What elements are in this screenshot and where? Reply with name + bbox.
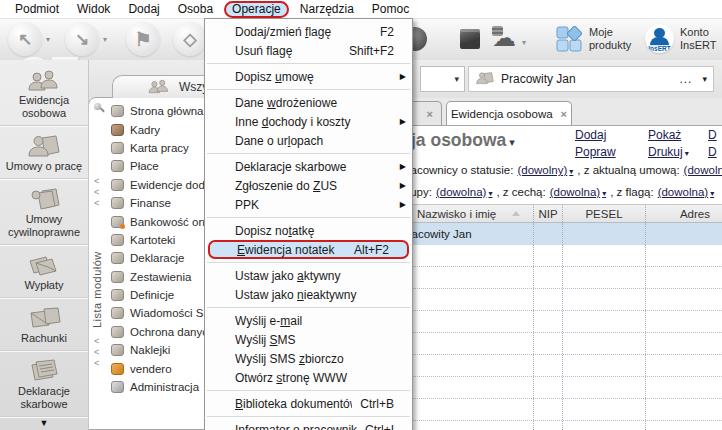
menubar-item-pomoc[interactable]: Pomoc xyxy=(363,1,418,17)
moje-produkty-button[interactable]: Moje produkty xyxy=(589,26,631,52)
filter-link-dowolna[interactable]: (dowolna)▾ xyxy=(436,186,493,198)
konto-insert-avatar-icon[interactable]: InsERT xyxy=(645,24,674,53)
table-cell xyxy=(645,245,722,266)
column-header-pesel[interactable]: PESEL xyxy=(562,205,645,222)
chevron-down-icon[interactable]: ▾ xyxy=(702,74,707,84)
table-cell xyxy=(533,355,562,376)
link-popraw[interactable]: Popraw xyxy=(575,145,616,159)
sidebar-item-ewidencja-osobowa[interactable]: Ewidencja osobowa xyxy=(0,60,88,126)
moje-produkty-icon[interactable] xyxy=(556,26,583,53)
table-cell xyxy=(562,245,645,266)
tab-close-icon[interactable]: × xyxy=(427,108,433,120)
table-cell xyxy=(533,245,562,266)
menu-item-ewidencja-notatek[interactable]: Ewidencja notatekAlt+F2 xyxy=(208,240,409,259)
labels-icon xyxy=(111,344,124,356)
link-d[interactable]: D xyxy=(708,128,717,142)
menu-item-dopisz-umow[interactable]: Dopisz umowę▶ xyxy=(205,67,412,86)
sidebar-item-wyp-aty[interactable]: Wypłaty xyxy=(0,245,88,298)
filter-link-dowolny[interactable]: (dowolny)▾ xyxy=(684,164,722,176)
flag-button[interactable] xyxy=(126,22,160,56)
menu-item-shortcut: Alt+F2 xyxy=(354,243,399,257)
sidebar-more-icon[interactable]: ▼ xyxy=(0,418,88,428)
konto-insert-button[interactable]: Konto InsERT xyxy=(680,26,716,52)
menu-item-dodaj-zmie-flag[interactable]: Dodaj/zmień flagęF2 xyxy=(205,22,412,41)
menu-item-dopisz-notatk[interactable]: Dopisz notatkę xyxy=(205,221,412,240)
cube-icon-button[interactable] xyxy=(460,29,480,49)
tab-ewidencja-osobowa[interactable]: Ewidencja osobowa× xyxy=(446,101,572,126)
menu-item-label: Dane wdrożeniowe xyxy=(235,96,404,110)
menu-item-wy-lij-sms[interactable]: Wyślij SMS xyxy=(205,330,412,349)
filter-text: Pracownicy o statusie: xyxy=(399,164,513,176)
menu-item-ustaw-jako-nieaktywny[interactable]: Ustaw jako nieaktywny xyxy=(205,285,412,304)
submenu-arrow-icon: ▶ xyxy=(400,162,406,171)
nav-back-caret-icon[interactable]: ▾ xyxy=(46,35,50,44)
menubar-item-dodaj[interactable]: Dodaj xyxy=(119,1,168,17)
menu-item-biblioteka-dokument-w[interactable]: Biblioteka dokumentówCtrl+B xyxy=(205,394,412,413)
sidebar-item-label: Umowy o pracę xyxy=(0,160,88,173)
nav-forward-caret-icon[interactable]: ▾ xyxy=(103,35,107,44)
menu-item-label: Dopisz umowę xyxy=(235,70,404,84)
employee-combo[interactable]: Pracowity Jan ... ▾ xyxy=(468,66,714,92)
filter-link-dowolna[interactable]: (dowolna)▾ xyxy=(550,186,607,198)
menu-item-label: Biblioteka dokumentów xyxy=(235,397,352,411)
employee-combo-more-button[interactable]: ... xyxy=(679,72,692,86)
sidebar-item-rachunki[interactable]: Rachunki xyxy=(0,298,88,351)
chevron-down-icon: ▾ xyxy=(569,167,573,176)
menu-item-label: Wyślij SMS xyxy=(235,333,404,347)
menu-item-inne-dochody-i-koszty[interactable]: Inne dochody i koszty▶ xyxy=(205,112,412,131)
menu-item-ppk[interactable]: PPK▶ xyxy=(205,195,412,214)
moje-produkty-label-1: Moje xyxy=(589,26,631,39)
menu-item-otw-rz-stron-www[interactable]: Otwórz stronę WWW xyxy=(205,368,412,387)
menu-item-shortcut: F2 xyxy=(380,25,404,39)
column-header-nip[interactable]: NIP xyxy=(533,205,562,222)
sidebar-item-label: Rachunki xyxy=(0,332,88,345)
link-d[interactable]: D xyxy=(708,145,717,159)
menubar-item-widok[interactable]: Widok xyxy=(68,1,119,17)
module-item-label: Zestawienia xyxy=(130,271,191,283)
menu-item-label: Ustaw jako nieaktywny xyxy=(235,288,404,302)
menu-item-wy-lij-e-mail[interactable]: Wyślij e-mail xyxy=(205,311,412,330)
filter-text: , z cechą: xyxy=(496,186,545,198)
menu-separator xyxy=(205,259,412,266)
link-poka[interactable]: Pokaż xyxy=(648,128,689,142)
menu-item-ustaw-jako-aktywny[interactable]: Ustaw jako aktywny xyxy=(205,266,412,285)
definitions-icon xyxy=(111,289,124,301)
menu-item-zg-oszenie-do-zus[interactable]: Zgłoszenie do ZUS▶ xyxy=(205,176,412,195)
menu-item-dane-o-urlopach[interactable]: Dane o urlopach xyxy=(205,131,412,150)
menubar-item-operacje[interactable]: Operacje xyxy=(224,1,289,18)
filter-link-dowolny[interactable]: (dowolny)▾ xyxy=(517,164,573,176)
payouts-icon xyxy=(26,251,62,277)
menubar-item-osoba[interactable]: Osoba xyxy=(169,1,222,17)
chevron-down-icon[interactable]: ▾ xyxy=(454,74,459,84)
menubar-item-podmiot[interactable]: Podmiot xyxy=(6,1,68,17)
sms-icon xyxy=(111,307,124,319)
sidebar-item-umowy-o-prac[interactable]: Umowy o pracę xyxy=(0,126,88,179)
module-item-label: Finanse xyxy=(130,197,171,209)
link-drukuj[interactable]: Drukuj▾ xyxy=(648,145,689,159)
cloud-caret-icon[interactable]: ▾ xyxy=(522,38,526,47)
menu-item-label: Informator o pracowniku xyxy=(235,423,357,430)
table-cell xyxy=(645,355,722,376)
menu-item-usu-flag[interactable]: Usuń flagęShift+F2 xyxy=(205,41,412,60)
operacje-context-menu: Dodaj/zmień flagęF2Usuń flagęShift+F2Dop… xyxy=(204,18,413,430)
menubar-item-narz-dzia[interactable]: Narzędzia xyxy=(291,1,363,17)
menu-item-dane-wdro-eniowe[interactable]: Dane wdrożeniowe xyxy=(205,93,412,112)
group-combo-end[interactable]: ▾ xyxy=(420,66,465,92)
menu-item-informator-o-pracowniku[interactable]: Informator o pracownikuCtrl+I xyxy=(205,420,412,430)
server-disks-icon xyxy=(492,26,503,36)
note-button[interactable] xyxy=(173,22,207,56)
link-dodaj[interactable]: Dodaj xyxy=(575,128,616,142)
sidebar-item-umowy-cywilnoprawne[interactable]: Umowy cywilnoprawne xyxy=(0,179,88,245)
menu-item-label: Ewidencja notatek xyxy=(237,243,346,257)
declarations-icon xyxy=(111,252,124,264)
menu-item-wy-lij-sms-zbiorczo[interactable]: Wyślij SMS zbiorczo xyxy=(205,349,412,368)
tab-close-icon[interactable]: × xyxy=(561,108,567,120)
sidebar-item-deklaracje-skarbowe[interactable]: Deklaracje skarbowe xyxy=(0,351,88,417)
filter-link-dowolna[interactable]: (dowolna)▾ xyxy=(658,186,715,198)
menu-separator xyxy=(205,413,412,420)
modules-strip[interactable]: <<< Lista modułów <<< xyxy=(89,98,109,429)
menu-item-deklaracje-skarbowe[interactable]: Deklaracje skarbowe▶ xyxy=(205,157,412,176)
konto-insert-label-2: InsERT xyxy=(680,39,716,52)
column-header-adres[interactable]: Adres xyxy=(645,205,722,222)
chevron-down-icon: ▾ xyxy=(685,149,689,158)
